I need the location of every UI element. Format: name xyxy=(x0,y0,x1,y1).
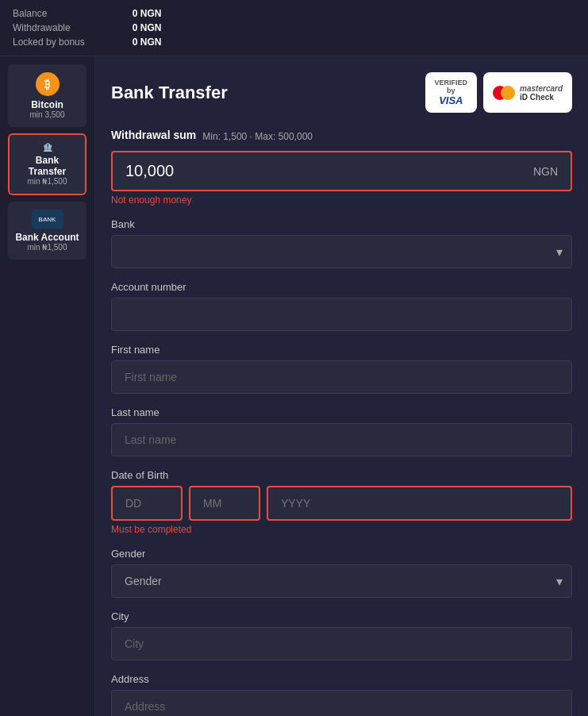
dob-group: Date of Birth Must be completed xyxy=(111,469,572,535)
bank-account-label: Bank Account xyxy=(14,232,80,243)
verified-text: VERIFIED xyxy=(435,79,468,87)
bank-transfer-label: Bank Transfer xyxy=(16,155,79,177)
mastercard-icon xyxy=(493,86,515,100)
sidebar-item-bitcoin[interactable]: ₿ Bitcoin min 3,500 xyxy=(8,64,86,127)
currency-label: NGN xyxy=(533,165,571,178)
first-name-group: First name xyxy=(111,344,572,394)
gender-select[interactable]: Gender Male Female Other xyxy=(111,564,572,598)
bank-group: Bank ▾ xyxy=(111,218,572,268)
bank-transfer-min: min ₦1,500 xyxy=(16,177,79,186)
mastercard-name: mastercard xyxy=(520,84,563,93)
bank-transfer-icon: 🏦 xyxy=(16,143,79,152)
page-title: Bank Transfer xyxy=(111,83,228,103)
withdrawal-limits: Min: 1,500 · Max: 500,000 xyxy=(202,131,313,142)
last-name-label: Last name xyxy=(111,406,572,418)
badges-container: VERIFIED by VISA mastercard iD Check xyxy=(425,72,572,113)
dob-row xyxy=(111,486,572,521)
withdrawable-label: Withdrawable xyxy=(13,22,71,33)
mastercard-badge: mastercard iD Check xyxy=(483,72,572,113)
locked-by-bonus-label: Locked by bonus xyxy=(13,37,85,48)
bank-account-icon: BANK xyxy=(32,210,63,229)
city-label: City xyxy=(111,610,572,622)
sidebar-item-bank-account[interactable]: BANK Bank Account min ₦1,500 xyxy=(8,202,86,260)
by-text: by xyxy=(447,87,455,94)
last-name-input[interactable] xyxy=(111,423,572,456)
amount-input[interactable] xyxy=(113,152,533,190)
withdrawable-value: 0 NGN xyxy=(133,22,162,33)
dob-error: Must be completed xyxy=(111,524,572,535)
balance-label: Balance xyxy=(13,8,47,19)
first-name-input[interactable] xyxy=(111,360,572,394)
gender-label: Gender xyxy=(111,548,572,560)
bank-account-min: min ₦1,500 xyxy=(14,243,80,252)
bank-select-wrapper: ▾ xyxy=(111,235,572,268)
balance-value: 0 NGN xyxy=(133,8,162,19)
bitcoin-label: Bitcoin xyxy=(14,99,80,110)
balance-section: Balance 0 NGN Withdrawable 0 NGN Locked … xyxy=(13,6,161,49)
gender-select-wrapper: Gender Male Female Other ▾ xyxy=(111,564,572,598)
last-name-group: Last name xyxy=(111,406,572,456)
dob-mm-input[interactable] xyxy=(189,486,260,521)
bank-select[interactable] xyxy=(111,235,572,268)
content-area: Bank Transfer VERIFIED by VISA xyxy=(95,56,588,716)
visa-badge: VERIFIED by VISA xyxy=(425,72,478,113)
mastercard-check: iD Check xyxy=(520,93,563,102)
bitcoin-icon: ₿ xyxy=(36,72,60,96)
gender-group: Gender Gender Male Female Other ▾ xyxy=(111,548,572,598)
sidebar: ₿ Bitcoin min 3,500 🏦 Bank Transfer min … xyxy=(0,56,95,716)
main-layout: ₿ Bitcoin min 3,500 🏦 Bank Transfer min … xyxy=(0,56,588,716)
amount-error: Not enough money xyxy=(111,194,572,206)
bank-label: Bank xyxy=(111,218,572,230)
bitcoin-min: min 3,500 xyxy=(14,110,80,119)
visa-badge-content: VERIFIED by VISA xyxy=(435,79,468,106)
content-header: Bank Transfer VERIFIED by VISA xyxy=(111,72,572,113)
account-number-label: Account number xyxy=(111,281,572,293)
locked-by-bonus-value: 0 NGN xyxy=(133,37,162,48)
address-input[interactable] xyxy=(111,690,572,716)
sidebar-item-bank-transfer[interactable]: 🏦 Bank Transfer min ₦1,500 xyxy=(8,133,86,195)
city-group: City xyxy=(111,610,572,660)
first-name-label: First name xyxy=(111,344,572,356)
mastercard-text-container: mastercard iD Check xyxy=(520,84,563,102)
visa-text: VISA xyxy=(439,94,463,106)
account-number-group: Account number xyxy=(111,281,572,331)
city-input[interactable] xyxy=(111,627,572,660)
dob-dd-input[interactable] xyxy=(111,486,183,521)
dob-label: Date of Birth xyxy=(111,469,572,481)
address-group: Address xyxy=(111,673,572,716)
withdrawal-sum-label: Withdrawal sum xyxy=(111,129,196,141)
amount-input-wrapper: NGN xyxy=(111,151,572,191)
address-label: Address xyxy=(111,673,572,685)
withdrawal-section: Withdrawal sum Min: 1,500 · Max: 500,000… xyxy=(111,129,572,206)
account-number-input[interactable] xyxy=(111,298,572,331)
top-bar: Balance 0 NGN Withdrawable 0 NGN Locked … xyxy=(0,0,588,56)
dob-yyyy-input[interactable] xyxy=(267,486,572,521)
